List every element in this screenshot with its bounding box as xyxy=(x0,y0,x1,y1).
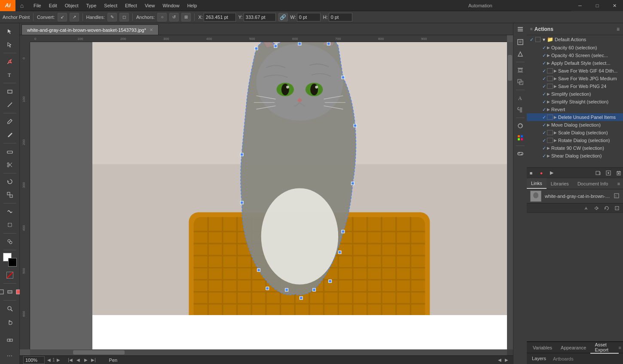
embed-btn[interactable] xyxy=(613,204,621,212)
libraries-tab[interactable]: Libraries xyxy=(547,178,573,189)
hand-tool[interactable] xyxy=(2,315,18,328)
action-item-10[interactable]: ✓ ▶ Move Dialog (selection) xyxy=(527,121,623,129)
maximize-button[interactable]: □ xyxy=(589,0,606,11)
links-tab[interactable]: Links xyxy=(527,178,547,189)
relink-btn[interactable] xyxy=(582,204,590,212)
rotate-tool[interactable] xyxy=(2,175,18,188)
link-relink-icon[interactable]: ↑ xyxy=(614,193,620,200)
swatches-icon[interactable] xyxy=(515,133,525,143)
color-boxes[interactable] xyxy=(3,253,17,267)
action-item-5[interactable]: ✓ ▶ Save For Web PNG 24 xyxy=(527,82,623,90)
action-item-14[interactable]: ✓ ▶ Shear Dialog (selection) xyxy=(527,152,623,160)
menu-help[interactable]: Help xyxy=(184,0,201,11)
group-checkbox[interactable] xyxy=(535,37,541,42)
convert-btn2[interactable]: ↗ xyxy=(70,13,79,21)
full-screen-btn[interactable] xyxy=(6,285,14,298)
action-item-12[interactable]: ✓ ▶ Rotate Dialog (selection) xyxy=(527,136,623,144)
x-input[interactable] xyxy=(204,13,236,21)
action-item-8[interactable]: ✓ ▶ Revert xyxy=(527,106,623,113)
eraser-tool[interactable] xyxy=(2,145,18,158)
menu-effect[interactable]: Effect xyxy=(122,0,140,11)
handles-btn1[interactable]: ✎ xyxy=(107,13,117,21)
w-input[interactable] xyxy=(297,13,321,21)
default-actions-group[interactable]: ✓ ▼ 📁 Default Actions xyxy=(527,35,623,44)
pathfinder-icon[interactable] xyxy=(515,77,525,87)
menu-view[interactable]: View xyxy=(141,0,159,11)
home-icon[interactable]: ⌂ xyxy=(15,0,28,11)
actions-panel-menu[interactable]: ≡ xyxy=(617,26,620,32)
background-color[interactable] xyxy=(8,258,17,267)
screen-mode-btn[interactable] xyxy=(0,285,5,298)
action-item-9[interactable]: ✓ ▶ Delete Unused Panel Items xyxy=(527,113,623,121)
artboards-btn[interactable] xyxy=(2,334,18,347)
menu-type[interactable]: Type xyxy=(83,0,100,11)
type-tool[interactable]: T xyxy=(2,68,18,81)
next-page[interactable]: ▶ xyxy=(82,357,89,364)
none-color[interactable] xyxy=(2,269,18,282)
align-icon[interactable] xyxy=(515,65,525,75)
item-checkbox-5[interactable] xyxy=(547,84,553,89)
zoom-input[interactable] xyxy=(23,356,45,364)
tab-close-btn[interactable]: ✕ xyxy=(150,27,153,32)
minimize-button[interactable]: ─ xyxy=(571,0,589,11)
zoom-tool[interactable] xyxy=(2,302,18,315)
action-item-13[interactable]: ✓ ▶ Rotate 90 CW (selection) xyxy=(527,144,623,152)
new-set-btn[interactable] xyxy=(594,169,602,177)
stop-btn[interactable]: ■ xyxy=(527,169,535,177)
scale-tool[interactable] xyxy=(2,188,18,201)
variables-tab[interactable]: Variables xyxy=(528,342,556,354)
vertical-scrollbar[interactable] xyxy=(507,42,513,349)
item-checkbox-11[interactable] xyxy=(547,130,553,135)
scissors-tool[interactable] xyxy=(2,158,18,171)
document-tab[interactable]: white-and-gray-cat-in-brown-woven-basket… xyxy=(21,24,159,35)
action-item-11[interactable]: ✓ ▶ Scale Dialog (selection) xyxy=(527,129,623,136)
direct-selection-tool[interactable] xyxy=(2,38,18,51)
artboards-subtab[interactable]: Artboards xyxy=(550,353,577,364)
lock-aspect-btn[interactable]: 🔗 xyxy=(278,13,288,21)
pen-tool[interactable] xyxy=(2,55,18,68)
document-area[interactable] xyxy=(92,42,507,315)
action-item-3[interactable]: ✓ ▶ Save For Web GIF 64 Dith... xyxy=(527,67,623,75)
action-item-4[interactable]: ✓ ▶ Save For Web JPG Medium xyxy=(527,75,623,82)
menu-select[interactable]: Select xyxy=(101,0,121,11)
handles-btn2[interactable]: ◻ xyxy=(119,13,129,21)
new-action-btn[interactable] xyxy=(604,169,613,177)
action-item-2[interactable]: ✓ ▶ Apply Default Style (select... xyxy=(527,59,623,67)
item-checkbox-9[interactable] xyxy=(547,115,553,120)
character-icon[interactable]: A xyxy=(515,93,525,103)
free-transform-tool[interactable] xyxy=(2,218,18,231)
links-panel-menu[interactable]: ≡ xyxy=(614,178,623,189)
link-item-0[interactable]: white-and-gray-cat-in-brown-wo... ↑ xyxy=(527,189,623,203)
menu-window[interactable]: Window xyxy=(159,0,183,11)
action-item-7[interactable]: ✓ ▶ Simplify Straight (selection) xyxy=(527,98,623,106)
update-link-btn[interactable] xyxy=(602,204,611,212)
item-checkbox-4[interactable] xyxy=(547,76,553,81)
h-input[interactable] xyxy=(329,13,352,21)
h-scrollbar-thumb[interactable] xyxy=(73,350,125,355)
menu-file[interactable]: File xyxy=(30,0,45,11)
anchors-btn1[interactable]: ○ xyxy=(157,13,167,21)
delete-action-btn[interactable] xyxy=(614,169,623,177)
zoom-up[interactable]: ▶ xyxy=(55,357,62,364)
paintbrush-tool[interactable] xyxy=(2,115,18,128)
first-page[interactable]: |◀ xyxy=(67,357,74,364)
properties-icon[interactable] xyxy=(515,37,525,47)
canvas-viewport[interactable] xyxy=(30,42,507,349)
last-page[interactable]: ▶| xyxy=(90,357,97,364)
item-checkbox-3[interactable] xyxy=(547,68,553,73)
item-checkbox-12[interactable] xyxy=(547,138,553,143)
menu-edit[interactable]: Edit xyxy=(46,0,61,11)
pencil-tool[interactable] xyxy=(2,128,18,141)
go-to-link-btn[interactable] xyxy=(592,204,601,212)
transform-icon[interactable] xyxy=(515,49,525,59)
menu-object[interactable]: Object xyxy=(61,0,82,11)
group-expand[interactable]: ▼ xyxy=(541,37,547,42)
layers-subtab[interactable]: Layers xyxy=(528,353,550,364)
bottom-panel-menu[interactable]: ≡ xyxy=(619,345,621,350)
horizontal-scrollbar[interactable] xyxy=(30,349,507,355)
action-item-0[interactable]: ✓ ▶ Opacity 60 (selection) xyxy=(527,44,623,52)
action-item-1[interactable]: ✓ ▶ Opacity 40 Screen (selec... xyxy=(527,52,623,59)
line-tool[interactable] xyxy=(2,98,18,111)
canvas-wrapper[interactable]: 0100200 300400500 600700800 900 0 100 20… xyxy=(20,35,513,355)
play-btn[interactable]: ▶ xyxy=(547,169,556,177)
